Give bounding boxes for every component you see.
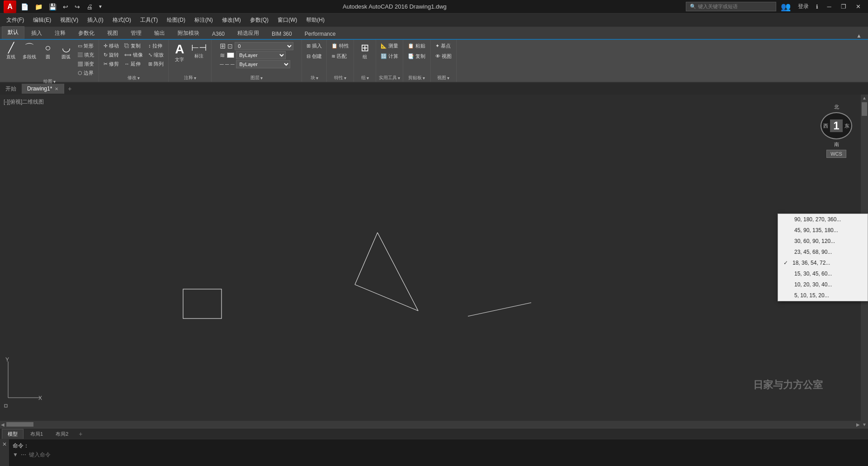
- layer-manager-button[interactable]: ⊞: [220, 42, 226, 50]
- print-button[interactable]: 🖨: [85, 3, 94, 10]
- menu-modify[interactable]: 修改(M): [217, 14, 245, 26]
- snap-item-5[interactable]: 15, 30, 45, 60...: [778, 268, 868, 279]
- menu-window[interactable]: 窗口(W): [273, 14, 302, 26]
- undo-button[interactable]: ↩: [61, 3, 70, 10]
- scrollbar-bottom-left[interactable]: ◀: [0, 421, 5, 428]
- circle-button[interactable]: ○ 圆: [40, 42, 56, 62]
- extend-button[interactable]: ↔ 延伸: [123, 60, 145, 68]
- view-button[interactable]: 👁 视图: [434, 52, 453, 61]
- color-dropdown[interactable]: ByLayer: [236, 51, 286, 59]
- snap-item-7[interactable]: 5, 10, 15, 20...: [778, 290, 868, 301]
- restore-button[interactable]: ❐: [837, 2, 850, 11]
- start-tab[interactable]: 开始: [0, 83, 22, 95]
- scrollbar-right-thumb[interactable]: [862, 102, 867, 116]
- line-button[interactable]: ╱ 直线: [3, 42, 19, 62]
- tab-featured[interactable]: 精选应用: [231, 27, 265, 39]
- menu-help[interactable]: 帮助(H): [302, 14, 329, 26]
- layer-status-button[interactable]: ⊡: [227, 43, 233, 50]
- trim-button[interactable]: ✂ 修剪: [102, 60, 121, 68]
- block-group-label[interactable]: 块 ▾: [305, 75, 324, 81]
- snap-item-2[interactable]: 30, 60, 90, 120...: [778, 236, 868, 247]
- properties-button[interactable]: 📋 特性: [330, 42, 351, 50]
- menu-file[interactable]: 文件(F): [2, 14, 28, 26]
- snap-item-0[interactable]: 90, 180, 270, 360...: [778, 214, 868, 225]
- copy-button[interactable]: ⿻ 复制: [123, 42, 145, 50]
- tab-insert[interactable]: 插入: [25, 27, 48, 39]
- scrollbar-bottom[interactable]: ◀ ▶: [0, 421, 861, 428]
- layout1-tab[interactable]: 布局1: [24, 429, 49, 439]
- menu-parameter[interactable]: 参数(Q): [245, 14, 273, 26]
- create-block-button[interactable]: ⊟ 创建: [305, 52, 324, 61]
- utilities-group-label[interactable]: 实用工具 ▾: [379, 75, 400, 81]
- view-extra-group-label[interactable]: 视图 ▾: [434, 75, 453, 81]
- group-button[interactable]: ⊞ 组: [357, 42, 373, 62]
- rectangle-button[interactable]: ▭ 矩形: [76, 42, 96, 50]
- move-button[interactable]: ✛ 移动: [102, 42, 121, 50]
- gradient-button[interactable]: ▦ 渐变: [76, 60, 96, 68]
- stretch-button[interactable]: ↕ 拉伸: [146, 42, 165, 50]
- login-button[interactable]: 登录: [795, 3, 811, 10]
- snap-item-3[interactable]: 23, 45, 68, 90...: [778, 247, 868, 257]
- tab-annotation[interactable]: 注释: [49, 27, 71, 39]
- dimension-button[interactable]: ⊢⊣ 标注: [189, 42, 208, 61]
- drawing1-tab[interactable]: Drawing1* ✕: [22, 84, 64, 94]
- menu-draw[interactable]: 绘图(D): [162, 14, 190, 26]
- copy-clip-button[interactable]: 📑 复制: [406, 52, 427, 61]
- command-history-button[interactable]: ⋯: [21, 452, 26, 458]
- hatch-button[interactable]: ▤ 填充: [76, 51, 96, 59]
- layer-group-label[interactable]: 图层 ▾: [214, 75, 299, 81]
- annotation-group-label[interactable]: 注释 ▾: [171, 75, 208, 81]
- clipboard-group-label[interactable]: 剪贴板 ▾: [406, 75, 427, 81]
- arc-button[interactable]: ◡ 圆弧: [58, 42, 74, 62]
- group-group-label[interactable]: 组 ▾: [357, 75, 373, 81]
- tab-performance[interactable]: Performance: [299, 29, 342, 39]
- menu-format[interactable]: 格式(O): [108, 14, 136, 26]
- compass-center[interactable]: 1: [830, 119, 843, 132]
- quickcalc-button[interactable]: 🔢 计算: [379, 52, 400, 61]
- menu-edit[interactable]: 编辑(E): [28, 14, 56, 26]
- measure-button[interactable]: 📐 测量: [379, 42, 400, 50]
- tab-parametric[interactable]: 参数化: [72, 27, 100, 39]
- tab-addons[interactable]: 附加模块: [172, 27, 205, 39]
- snap-item-1[interactable]: 45, 90, 135, 180...: [778, 225, 868, 236]
- layout2-tab[interactable]: 布局2: [50, 429, 74, 439]
- info-button[interactable]: ℹ: [813, 4, 821, 10]
- compass-wcs-button[interactable]: WCS: [826, 150, 846, 158]
- mirror-button[interactable]: ⟺ 镜像: [123, 51, 145, 59]
- linetype-dropdown[interactable]: ByLayer: [236, 60, 290, 68]
- new-layout-tab[interactable]: +: [75, 429, 86, 439]
- match-button[interactable]: ≋ 匹配: [330, 52, 349, 61]
- scrollbar-bottom-thumb[interactable]: [6, 422, 33, 427]
- search-box[interactable]: 🔍 键入关键字或短语: [686, 2, 776, 11]
- scale-button[interactable]: ⤡ 缩放: [146, 51, 165, 59]
- redo-button[interactable]: ↪: [73, 3, 82, 10]
- dropdown-button[interactable]: ▼: [97, 4, 104, 9]
- user-icon[interactable]: 👥: [778, 2, 793, 12]
- polyline-button[interactable]: ⌒ 多段线: [21, 42, 38, 62]
- save-button[interactable]: 💾: [47, 3, 58, 10]
- array-button[interactable]: ⊞ 阵列: [146, 60, 165, 68]
- new-button[interactable]: 📄: [19, 3, 30, 10]
- properties-group-label[interactable]: 特性 ▾: [330, 75, 351, 81]
- drawing-area[interactable]: [-][俯视]二维线图 Y X 北 西 东 1 南 WCS ▲ ▼: [0, 95, 868, 428]
- new-drawing-tab[interactable]: +: [64, 83, 75, 94]
- rotate-button[interactable]: ↻ 旋转: [102, 51, 121, 59]
- tab-manage[interactable]: 管理: [125, 27, 147, 39]
- command-close-button[interactable]: ✕: [0, 439, 9, 466]
- menu-insert[interactable]: 插入(I): [83, 14, 108, 26]
- tab-output[interactable]: 输出: [148, 27, 171, 39]
- minimize-button[interactable]: ─: [823, 2, 835, 11]
- paste-button[interactable]: 📋 粘贴: [406, 42, 427, 50]
- scrollbar-right-up[interactable]: ▲: [861, 95, 868, 101]
- tab-view[interactable]: 视图: [101, 27, 124, 39]
- layer-dropdown[interactable]: 0: [235, 42, 293, 50]
- snap-item-4[interactable]: 18, 36, 54, 72...: [778, 257, 868, 268]
- text-button[interactable]: A 文字: [171, 42, 188, 64]
- open-button[interactable]: 📁: [33, 3, 44, 10]
- autocad-logo[interactable]: A: [4, 0, 16, 13]
- ribbon-collapse-button[interactable]: ▲: [854, 33, 864, 39]
- tab-bim360[interactable]: BIM 360: [266, 29, 298, 39]
- drawing-canvas[interactable]: Y X: [0, 95, 868, 428]
- match-properties-button[interactable]: ≋: [220, 52, 225, 59]
- tab-a360[interactable]: A360: [206, 29, 231, 39]
